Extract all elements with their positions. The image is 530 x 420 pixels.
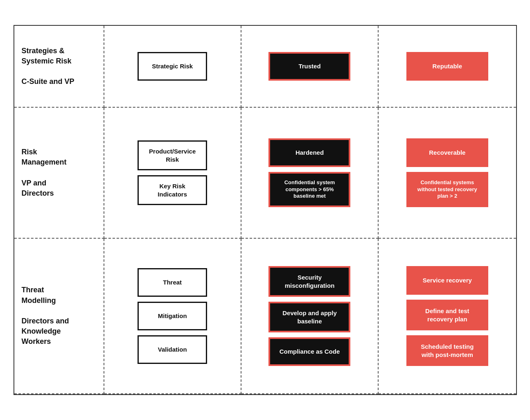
plain-box-r1-1: Key Risk Indicators <box>138 175 207 205</box>
row-label-0: Strategies & Systemic Risk C-Suite and V… <box>22 46 74 87</box>
main-grid: Strategies & Systemic Risk C-Suite and V… <box>14 25 517 395</box>
label-cell-row-1: Risk Management VP and Directors <box>14 108 104 239</box>
black-box-r2-0: Security misconfiguration <box>268 266 350 297</box>
black-box-r1-0: Hardened <box>268 138 350 167</box>
col4-row-1: RecoverableConfidential systems without … <box>379 108 516 239</box>
col4-row-0: Reputable <box>379 26 516 108</box>
col2-row-0: Strategic Risk <box>104 26 241 108</box>
black-box-r1-1: Confidential system components > 65% bas… <box>268 172 350 208</box>
red-box-r0-0: Reputable <box>406 52 488 81</box>
col3-row-1: HardenedConfidential system components >… <box>241 108 379 239</box>
col4-row-2: Service recoveryDefine and test recovery… <box>379 239 516 394</box>
row-label-2: Threat Modelling Directors and Knowledge… <box>22 285 69 347</box>
col2-row-2: ThreatMitigationValidation <box>104 239 241 394</box>
plain-box-r2-0: Threat <box>138 268 207 297</box>
red-box-r1-1: Confidential systems without tested reco… <box>406 172 488 208</box>
plain-box-r0-0: Strategic Risk <box>138 52 207 81</box>
plain-box-r2-1: Mitigation <box>138 302 207 330</box>
red-box-r2-2: Scheduled testing with post-mortem <box>406 335 488 366</box>
label-cell-row-0: Strategies & Systemic Risk C-Suite and V… <box>14 26 104 108</box>
col2-row-1: Product/Service RiskKey Risk Indicators <box>104 108 241 239</box>
label-cell-row-2: Threat Modelling Directors and Knowledge… <box>14 239 104 394</box>
plain-box-r2-2: Validation <box>138 335 207 364</box>
col3-row-2: Security misconfigurationDevelop and app… <box>241 239 379 394</box>
black-box-r2-1: Develop and apply baseline <box>268 302 350 332</box>
red-box-r2-1: Define and test recovery plan <box>406 300 488 330</box>
red-box-r2-0: Service recovery <box>406 266 488 295</box>
row-label-1: Risk Management VP and Directors <box>22 147 67 199</box>
red-box-r1-0: Recoverable <box>406 138 488 167</box>
plain-box-r1-0: Product/Service Risk <box>138 140 207 170</box>
black-box-r0-0: Trusted <box>268 52 350 81</box>
black-box-r2-2: Compliance as Code <box>268 337 350 366</box>
col3-row-0: Trusted <box>241 26 379 108</box>
